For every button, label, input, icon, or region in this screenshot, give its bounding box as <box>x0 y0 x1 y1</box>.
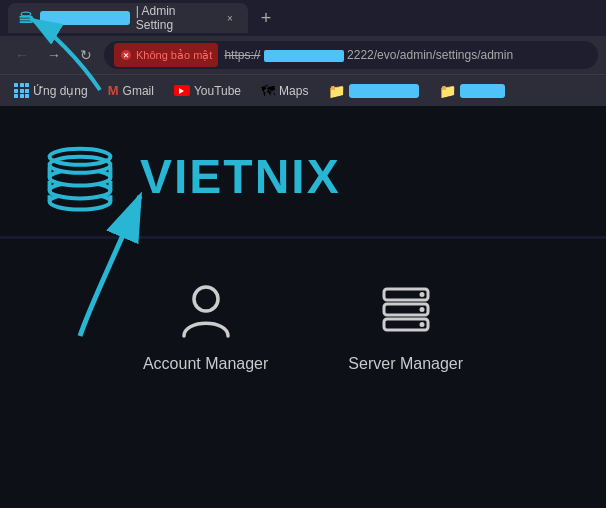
active-tab[interactable]: | Admin Setting × <box>8 3 248 33</box>
menu-area: Account Manager Server Manager <box>0 259 606 393</box>
svg-point-23 <box>419 307 424 312</box>
bookmark-youtube[interactable]: YouTube <box>168 82 247 100</box>
svg-point-4 <box>21 12 31 16</box>
back-button[interactable]: ← <box>8 41 36 69</box>
svg-point-19 <box>194 287 218 311</box>
divider <box>0 236 606 239</box>
folder-icon-1: 📁 <box>328 83 345 99</box>
logo-text: VIETNIX <box>140 149 341 204</box>
apps-label: Ứng dụng <box>33 84 88 98</box>
svg-point-25 <box>419 322 424 327</box>
youtube-label: YouTube <box>194 84 241 98</box>
vietnix-logo-icon <box>40 136 120 216</box>
svg-rect-2 <box>20 18 33 20</box>
bookmark-folder-2[interactable]: 📁 <box>433 81 511 101</box>
folder-label-2 <box>460 84 505 98</box>
account-manager-label: Account Manager <box>143 355 268 373</box>
server-manager-icon <box>376 281 436 341</box>
new-tab-button[interactable]: + <box>252 4 280 32</box>
bookmark-apps[interactable]: Ứng dụng <box>8 81 94 100</box>
menu-item-server[interactable]: Server Manager <box>348 279 463 373</box>
warning-icon: ✕ <box>120 49 132 61</box>
bookmarks-bar: Ứng dụng M Gmail YouTube 🗺 Maps 📁 <box>0 74 606 106</box>
navigation-bar: ← → ↻ ✕ Không bảo mật https:// 2222/evo/… <box>0 36 606 74</box>
server-icon <box>374 279 438 343</box>
address-suffix: 2222/evo/admin/settings/admin <box>347 48 513 62</box>
bookmark-folder-1[interactable]: 📁 <box>322 81 425 101</box>
svg-rect-1 <box>20 21 33 23</box>
apps-icon <box>14 83 29 98</box>
reload-button[interactable]: ↻ <box>72 41 100 69</box>
forward-button[interactable]: → <box>40 41 68 69</box>
svg-point-21 <box>419 292 424 297</box>
svg-text:✕: ✕ <box>123 52 129 59</box>
browser-window: | Admin Setting × + ← → ↻ ✕ Không bảo mậ… <box>0 0 606 508</box>
security-text: Không bảo mật <box>136 49 212 62</box>
folder-label-1 <box>349 84 419 98</box>
address-domain-hidden <box>264 50 344 62</box>
address-prefix: https:// 2222/evo/admin/settings/admin <box>224 48 513 62</box>
bookmark-maps[interactable]: 🗺 Maps <box>255 81 314 101</box>
youtube-icon <box>174 85 190 96</box>
gmail-label: Gmail <box>123 84 154 98</box>
address-bar[interactable]: ✕ Không bảo mật https:// 2222/evo/admin/… <box>104 41 598 69</box>
maps-icon: 🗺 <box>261 83 275 99</box>
account-manager-icon <box>176 281 236 341</box>
tab-close-button[interactable]: × <box>222 10 238 26</box>
menu-item-account[interactable]: Account Manager <box>143 279 268 373</box>
tab-title-separator: | Admin Setting <box>136 4 216 32</box>
main-content: VIETNIX Account Manager <box>0 106 606 508</box>
gmail-icon: M <box>108 83 119 98</box>
tab-bar: | Admin Setting × + <box>0 0 606 36</box>
browser-chrome: | Admin Setting × + ← → ↻ ✕ Không bảo mậ… <box>0 0 606 106</box>
security-badge: ✕ Không bảo mật <box>114 43 218 67</box>
server-manager-label: Server Manager <box>348 355 463 373</box>
maps-label: Maps <box>279 84 308 98</box>
tab-url-bar <box>40 11 130 25</box>
tab-favicon <box>18 10 34 26</box>
account-icon <box>174 279 238 343</box>
folder-icon-2: 📁 <box>439 83 456 99</box>
logo-area: VIETNIX <box>0 106 606 236</box>
bookmark-gmail[interactable]: M Gmail <box>102 81 160 100</box>
